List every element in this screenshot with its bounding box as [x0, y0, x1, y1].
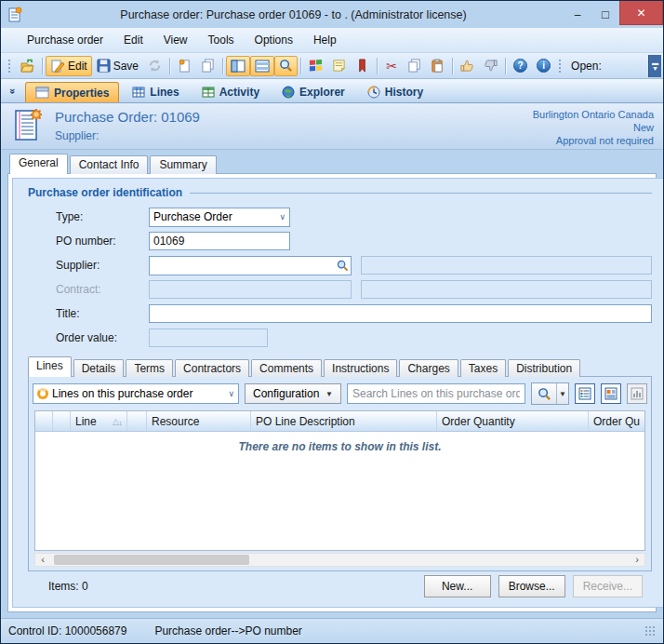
- open-folder-icon: [20, 59, 34, 74]
- contract-label: Contract:: [28, 283, 149, 296]
- reject-button[interactable]: [479, 56, 502, 76]
- new-document-icon: [178, 59, 192, 73]
- identification-groupbox: Purchase order identification Type: Purc…: [12, 178, 664, 608]
- record-title: Purchase Order: 01069: [55, 109, 200, 125]
- close-button[interactable]: ✕: [619, 1, 663, 25]
- paste-icon: [431, 59, 445, 73]
- menu-tools[interactable]: Tools: [199, 31, 244, 49]
- grid-column-blank[interactable]: [53, 411, 71, 431]
- tab-activity[interactable]: Activity: [193, 82, 269, 102]
- split-vertical-button[interactable]: [226, 56, 250, 76]
- tab-lines[interactable]: Lines: [123, 82, 188, 102]
- copy-button[interactable]: [403, 56, 426, 76]
- title-field[interactable]: [149, 304, 652, 323]
- search-button[interactable]: [532, 383, 556, 404]
- section-divider: [190, 193, 652, 194]
- grid-column-resource[interactable]: Resource: [147, 411, 251, 431]
- tab-general[interactable]: General: [9, 154, 68, 174]
- subtab-comments[interactable]: Comments: [251, 359, 322, 377]
- grid-column-line[interactable]: Line △₁: [71, 411, 127, 431]
- toolbar: Edit Save: [1, 53, 663, 79]
- tab-properties-label: Properties: [54, 87, 109, 100]
- document-app-icon: [7, 7, 23, 23]
- chevron-down-icon: ∨: [279, 212, 286, 221]
- subtab-distribution[interactable]: Distribution: [508, 359, 580, 377]
- menu-edit[interactable]: Edit: [114, 31, 153, 49]
- zoom-button[interactable]: [274, 56, 298, 76]
- tab-summary[interactable]: Summary: [150, 155, 216, 174]
- new-document-button[interactable]: [173, 56, 196, 76]
- magnifier-icon: [279, 59, 293, 73]
- grid-column-po-line-description[interactable]: PO Line Description: [251, 411, 437, 431]
- refresh-icon: [148, 59, 162, 73]
- lines-grid-header: Line △₁ Resource PO Line Description Ord…: [35, 411, 644, 432]
- supplier-field[interactable]: [150, 259, 334, 272]
- grid-column-order-quantity[interactable]: Order Quantity: [437, 411, 589, 431]
- subtab-lines[interactable]: Lines: [28, 356, 72, 377]
- supplier-lookup-button[interactable]: [334, 260, 351, 272]
- list-view-button[interactable]: [575, 383, 595, 404]
- edit-button[interactable]: Edit: [46, 56, 92, 76]
- lines-view-selector[interactable]: Lines on this purchase order ∨: [33, 383, 239, 404]
- split-horizontal-button[interactable]: [250, 56, 274, 76]
- po-number-field[interactable]: [149, 232, 290, 250]
- cut-button[interactable]: ✂: [380, 56, 403, 76]
- toolbar-overflow-button[interactable]: ▬ ▼: [648, 55, 661, 77]
- explorer-globe-icon: [282, 86, 295, 99]
- windows-logo-icon: [309, 59, 323, 73]
- type-select[interactable]: Purchase Order ∨: [149, 208, 290, 227]
- menu-help[interactable]: Help: [304, 31, 346, 49]
- toolbar-separator: [505, 58, 506, 74]
- search-options-button[interactable]: ▼: [556, 383, 568, 404]
- resize-grip[interactable]: [644, 625, 656, 637]
- browse-button[interactable]: Browse...: [498, 575, 565, 597]
- paste-button[interactable]: [426, 56, 449, 76]
- info-button[interactable]: i: [532, 56, 555, 76]
- tab-history[interactable]: History: [358, 82, 432, 102]
- tab-contact-info[interactable]: Contact Info: [70, 155, 149, 174]
- bookmark-icon: [355, 59, 369, 73]
- notes-button[interactable]: [327, 56, 351, 76]
- bookmark-button[interactable]: [351, 56, 374, 76]
- horizontal-scrollbar[interactable]: ‹ ›: [34, 553, 645, 567]
- tab-properties[interactable]: Properties: [25, 82, 119, 102]
- menu-options[interactable]: Options: [246, 31, 302, 49]
- copy-document-button[interactable]: [196, 56, 219, 76]
- tab-explorer[interactable]: Explorer: [272, 82, 354, 102]
- save-icon: [97, 59, 111, 73]
- lines-search-input[interactable]: [347, 383, 525, 404]
- scroll-right-icon[interactable]: ›: [630, 554, 644, 566]
- detail-view-button[interactable]: [601, 383, 621, 404]
- scrollbar-thumb[interactable]: [54, 555, 249, 565]
- empty-list-message: There are no items to show in this list.: [238, 440, 441, 550]
- collapse-panel-button[interactable]: »: [5, 82, 21, 101]
- notes-icon: [332, 59, 346, 73]
- subtab-charges[interactable]: Charges: [399, 359, 458, 377]
- grid-column-blank[interactable]: [127, 411, 147, 431]
- maximize-button[interactable]: □: [591, 4, 619, 26]
- grid-column-blank[interactable]: [35, 411, 53, 431]
- scrollbar-track[interactable]: [50, 554, 630, 566]
- configuration-button[interactable]: Configuration ▼: [245, 383, 341, 404]
- new-button[interactable]: New...: [424, 575, 491, 597]
- open-folder-button[interactable]: [15, 56, 39, 76]
- save-button[interactable]: Save: [92, 56, 143, 76]
- scroll-left-icon[interactable]: ‹: [35, 554, 50, 566]
- subtab-details[interactable]: Details: [73, 359, 125, 377]
- grid-column-order-qu[interactable]: Order Qu: [589, 411, 644, 431]
- view-refresh-icon: [37, 388, 48, 399]
- menu-view[interactable]: View: [154, 31, 197, 49]
- subtab-taxes[interactable]: Taxes: [460, 359, 506, 377]
- approve-button[interactable]: [456, 56, 479, 76]
- lines-view-selector-value: Lines on this purchase order: [52, 387, 193, 400]
- section-header: Purchase order identification: [28, 186, 652, 199]
- subtab-instructions[interactable]: Instructions: [324, 359, 397, 377]
- open-label: Open:: [571, 60, 602, 73]
- lines-toolbar: Lines on this purchase order ∨ Configura…: [33, 381, 647, 407]
- help-button[interactable]: ?: [509, 56, 532, 76]
- menu-purchase-order[interactable]: Purchase order: [18, 31, 113, 49]
- minimize-button[interactable]: –: [564, 4, 591, 26]
- subtab-contractors[interactable]: Contractors: [175, 359, 249, 377]
- subtab-terms[interactable]: Terms: [126, 359, 173, 377]
- windows-app-button[interactable]: [304, 56, 327, 76]
